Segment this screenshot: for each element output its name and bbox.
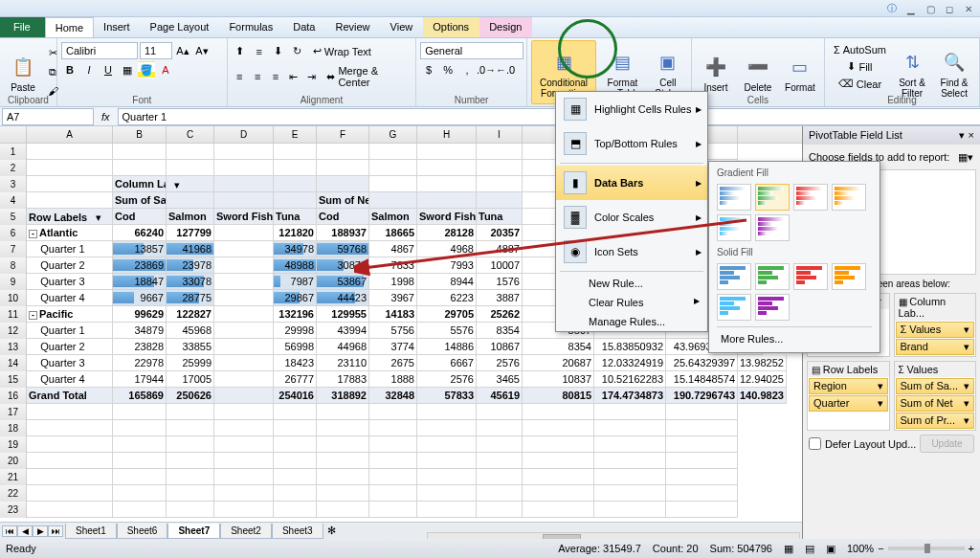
row-header[interactable]: 10 <box>0 290 27 306</box>
area-tag[interactable]: Sum of Pr...▾ <box>896 413 975 429</box>
cell[interactable] <box>317 160 369 176</box>
data-bars-more-rules[interactable]: More Rules... <box>713 329 876 348</box>
zoom-slider[interactable] <box>888 547 965 550</box>
cell[interactable] <box>666 502 738 518</box>
cell[interactable] <box>523 502 594 518</box>
cell[interactable] <box>417 144 477 160</box>
tab-view[interactable]: View <box>381 17 424 37</box>
cell[interactable]: 10.52162283 <box>594 371 666 388</box>
number-format-select[interactable] <box>420 42 523 59</box>
area-tag[interactable]: Σ Values▾ <box>896 322 975 338</box>
shrink-font-icon[interactable]: A▾ <box>193 42 211 59</box>
cell[interactable]: 20357 <box>477 225 523 241</box>
cell[interactable]: 12.03324919 <box>594 355 666 371</box>
cell[interactable]: 7993 <box>417 257 477 274</box>
col-header-F[interactable]: F <box>317 126 369 143</box>
indent-inc-icon[interactable]: ⇥ <box>303 68 320 85</box>
cell[interactable]: 45619 <box>477 388 523 404</box>
databar-swatch[interactable] <box>793 184 828 211</box>
cell[interactable]: 66240 <box>113 225 167 241</box>
databar-swatch[interactable] <box>755 294 790 321</box>
align-center-icon[interactable]: ≡ <box>250 68 266 85</box>
cell[interactable] <box>167 160 214 176</box>
cf-icon-sets[interactable]: ◉Icon Sets▶ <box>556 234 707 269</box>
filter-icon[interactable]: ▾ <box>90 209 107 225</box>
cell[interactable] <box>113 404 167 420</box>
tab-file[interactable]: File <box>0 17 45 37</box>
indent-dec-icon[interactable]: ⇤ <box>286 68 302 85</box>
cf-color-scales[interactable]: ▓Color Scales▶ <box>556 200 707 234</box>
cell[interactable] <box>317 404 369 420</box>
cell[interactable] <box>594 420 666 436</box>
cell[interactable] <box>417 453 477 469</box>
cell[interactable]: Column Labels <box>113 176 167 192</box>
update-button[interactable]: Update <box>920 435 973 453</box>
cell[interactable] <box>274 469 317 485</box>
cell[interactable] <box>274 453 317 469</box>
cell[interactable]: Row Labels ▾ <box>27 209 113 225</box>
cell[interactable] <box>167 469 214 485</box>
cell[interactable]: 23869 <box>113 257 167 274</box>
fill-color-icon[interactable]: 🪣 <box>138 61 155 78</box>
cell[interactable]: 8354 <box>477 323 523 339</box>
cell[interactable] <box>214 306 274 323</box>
view-normal-icon[interactable]: ▦ <box>784 543 793 555</box>
row-header[interactable]: 21 <box>0 469 27 485</box>
cell[interactable]: 20687 <box>523 355 594 371</box>
cell[interactable] <box>27 420 113 436</box>
cf-topbottom-rules[interactable]: ⬒Top/Bottom Rules▶ <box>556 126 707 161</box>
cell[interactable]: 29705 <box>417 306 477 323</box>
cell[interactable]: Quarter 2 <box>27 339 113 355</box>
currency-icon[interactable]: $ <box>420 61 437 78</box>
cell[interactable] <box>214 420 274 436</box>
align-top-icon[interactable]: ⬆ <box>232 43 249 60</box>
cell[interactable] <box>274 502 317 518</box>
cell[interactable] <box>27 453 113 469</box>
cell[interactable] <box>113 453 167 469</box>
sheet-nav-next-icon[interactable]: ▶ <box>33 525 48 537</box>
cell[interactable]: ▾ <box>167 176 214 192</box>
italic-button[interactable]: I <box>80 61 98 78</box>
cell[interactable]: 140.9823 <box>738 388 787 404</box>
cell[interactable]: 18423 <box>274 355 317 371</box>
cell[interactable] <box>113 160 167 176</box>
expand-icon[interactable]: - <box>29 230 37 238</box>
cf-manage-rules[interactable]: Manage Rules... <box>556 312 707 331</box>
cell[interactable] <box>214 274 274 290</box>
cell[interactable] <box>666 453 738 469</box>
cell[interactable]: 3774 <box>369 339 417 355</box>
cell[interactable] <box>27 436 113 453</box>
filter-icon[interactable]: ▾ <box>168 176 186 192</box>
cell[interactable]: -Pacific <box>27 306 113 323</box>
cell[interactable] <box>477 160 523 176</box>
cell[interactable] <box>113 436 167 453</box>
row-header[interactable]: 22 <box>0 485 27 502</box>
cell[interactable]: 30879 <box>317 257 369 274</box>
zoom-in-icon[interactable]: + <box>969 543 974 554</box>
cell[interactable] <box>369 176 417 192</box>
cell[interactable]: 41968 <box>167 241 214 257</box>
cell[interactable] <box>417 176 477 192</box>
area-row-labels[interactable]: ▤ Row LabelsRegion▾Quarter▾ <box>807 361 890 431</box>
align-right-icon[interactable]: ≡ <box>268 68 284 85</box>
databar-swatch[interactable] <box>793 263 828 290</box>
col-header-I[interactable]: I <box>477 126 523 143</box>
underline-button[interactable]: U <box>100 61 117 78</box>
tab-page-layout[interactable]: Page Layout <box>141 17 220 37</box>
cell[interactable]: Cod <box>317 209 369 225</box>
cell[interactable]: 17883 <box>317 371 369 388</box>
cell[interactable]: 23978 <box>167 257 214 274</box>
cell[interactable]: 7833 <box>369 257 417 274</box>
cell[interactable]: 28775 <box>167 290 214 306</box>
cell[interactable] <box>214 388 274 404</box>
cell[interactable] <box>317 502 369 518</box>
cell[interactable] <box>477 192 523 209</box>
cell[interactable] <box>27 485 113 502</box>
row-header[interactable]: 13 <box>0 339 27 355</box>
cell[interactable] <box>214 241 274 257</box>
cell[interactable]: Quarter 3 <box>27 274 113 290</box>
cell[interactable]: 2675 <box>369 355 417 371</box>
cell[interactable]: 18847 <box>113 274 167 290</box>
tab-insert[interactable]: Insert <box>94 17 141 37</box>
cell[interactable]: 1576 <box>477 274 523 290</box>
